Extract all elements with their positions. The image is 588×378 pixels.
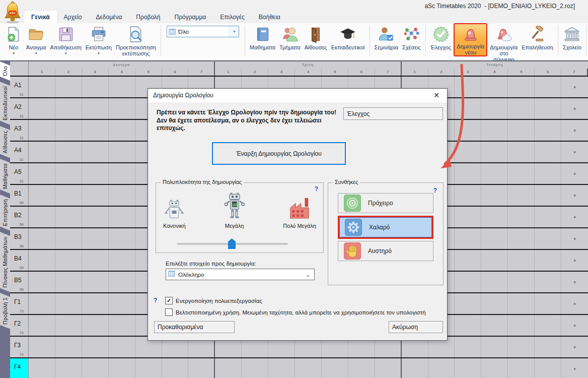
toolbar-button-classes[interactable]: Τμήματα [277,23,303,50]
timetable-cell[interactable] [348,358,375,378]
complexity-slider-thumb[interactable] [228,238,236,249]
timetable-cell[interactable] [109,293,135,314]
sidebar-tab-classrooms[interactable]: Αίθουσες [0,126,10,158]
timetable-cell[interactable] [29,293,55,314]
timetable-cell[interactable] [455,272,481,292]
row-label-Γ3[interactable]: Γ373 [10,337,29,357]
timetable-cell[interactable] [82,142,109,162]
timetable-cell[interactable] [55,228,82,249]
timetable-cell[interactable]: × [561,120,588,141]
timetable-cell[interactable] [55,358,82,378]
timetable-cell[interactable] [481,358,508,378]
timetable-cell[interactable] [29,272,55,292]
row-label-A2[interactable]: A231 [10,98,29,119]
element-select-dropdown[interactable]: Ολόκληρο ⌄ [166,269,315,280]
timetable-cell[interactable] [375,358,402,378]
timetable-cell[interactable] [82,358,109,378]
timetable-cell[interactable] [455,185,481,206]
timetable-cell[interactable] [29,77,55,97]
timetable-cell[interactable] [29,207,55,227]
toolbar-button-school[interactable]: Σχολείο [561,23,583,50]
condition-option-strict[interactable]: Αυστηρό [338,241,433,261]
timetable-cell[interactable] [55,207,82,227]
dropdown-arrow-icon[interactable]: ▾ [13,51,15,55]
timetable-cell[interactable] [535,293,561,314]
timetable-cell[interactable] [242,358,268,378]
toolbar-button-subjects[interactable]: Μαθήματα [248,23,277,50]
timetable-cell[interactable] [535,163,561,184]
timetable-cell[interactable] [29,250,55,271]
timetable-cell[interactable] [535,337,561,357]
timetable-cell[interactable] [508,163,535,184]
timetable-cell[interactable] [535,358,561,378]
toolbar-button-new[interactable]: Νέο▾ [3,23,24,55]
dropdown-arrow-icon[interactable]: ▾ [98,51,100,55]
timetable-cell[interactable] [82,250,109,271]
timetable-cell[interactable] [455,98,481,119]
row-label-B3[interactable]: B356 [10,228,29,249]
dialog-title-bar[interactable]: Δημιουργία Ωρολογίου ✕ [148,89,447,102]
timetable-cell[interactable] [82,315,109,336]
timetable-cell[interactable]: × [561,163,588,184]
toolbar-button-verify[interactable]: Επαλήθευση [520,23,555,50]
complexity-option-very-high[interactable]: Πολύ Μεγάλη [283,190,316,229]
timetable-cell[interactable] [535,185,561,206]
timetable-cell[interactable] [535,315,561,336]
timetable-cell[interactable] [109,120,135,141]
timetable-cell[interactable] [508,120,535,141]
help-icon[interactable]: ? [154,297,157,304]
timetable-cell[interactable] [55,315,82,336]
toolbar-button-generate-new[interactable]: Δημιουργία νέου [454,23,487,56]
timetable-cell[interactable] [29,120,55,141]
toolbar-button-classrooms[interactable]: Αίθουσες [303,23,329,50]
toolbar-button-print[interactable]: Εκτύπωση▾ [84,23,114,55]
row-label-A1[interactable]: A131 [10,77,29,97]
timetable-cell[interactable] [535,77,561,97]
timetable-cell[interactable] [82,77,109,97]
timetable-cell[interactable] [508,315,535,336]
timetable-cell[interactable] [455,207,481,227]
timetable-cell[interactable]: × [561,293,588,314]
timetable-cell[interactable] [109,163,135,184]
timetable-cell[interactable] [535,250,561,271]
timetable-cell[interactable] [481,315,508,336]
timetable-cell[interactable] [455,228,481,249]
row-label-Γ1[interactable]: Γ173 [10,293,29,314]
timetable-cell[interactable] [535,120,561,141]
timetable-cell[interactable] [535,228,561,249]
timetable-cell[interactable] [109,337,135,357]
timetable-cell[interactable] [109,77,135,97]
toolbar-button-relations[interactable]: Σχέσεις [400,23,423,50]
timetable-cell[interactable] [29,98,55,119]
timetable-cell[interactable] [29,337,55,357]
toolbar-button-open[interactable]: Άνοιγμα▾ [24,23,48,55]
condition-option-relaxed[interactable]: Χαλαρό [338,216,433,239]
timetable-cell[interactable]: × [561,142,588,162]
timetable-cell[interactable] [82,272,109,292]
timetable-cell[interactable] [82,98,109,119]
cancel-button[interactable]: Ακύρωση [389,321,443,333]
timetable-cell[interactable] [481,272,508,292]
timetable-cell[interactable] [322,358,348,378]
toolbar-button-teachers[interactable]: Εκπαιδευτικοί [329,23,367,50]
timetable-cell[interactable] [402,358,428,378]
timetable-cell[interactable] [455,293,481,314]
timetable-cell[interactable] [162,358,189,378]
timetable-cell[interactable] [109,358,135,378]
timetable-cell[interactable] [535,272,561,292]
timetable-cell[interactable] [82,293,109,314]
timetable-cell[interactable]: × [561,250,588,271]
toolbar-button-generate-cloud[interactable]: Δημιουργία στο σύννεφο [488,23,520,62]
check-button[interactable]: Έλεγχος [343,107,443,120]
multiprocessing-checkbox[interactable]: ✓ [165,297,173,304]
row-label-A3[interactable]: A331 [10,120,29,141]
timetable-cell[interactable] [29,185,55,206]
timetable-cell[interactable] [481,142,508,162]
timetable-cell[interactable] [535,207,561,227]
timetable-cell[interactable] [508,358,535,378]
timetable-cell[interactable] [295,358,322,378]
timetable-cell[interactable] [455,77,481,97]
timetable-cell[interactable] [428,358,455,378]
timetable-cell[interactable] [55,337,82,357]
timetable-cell[interactable]: × [561,315,588,336]
